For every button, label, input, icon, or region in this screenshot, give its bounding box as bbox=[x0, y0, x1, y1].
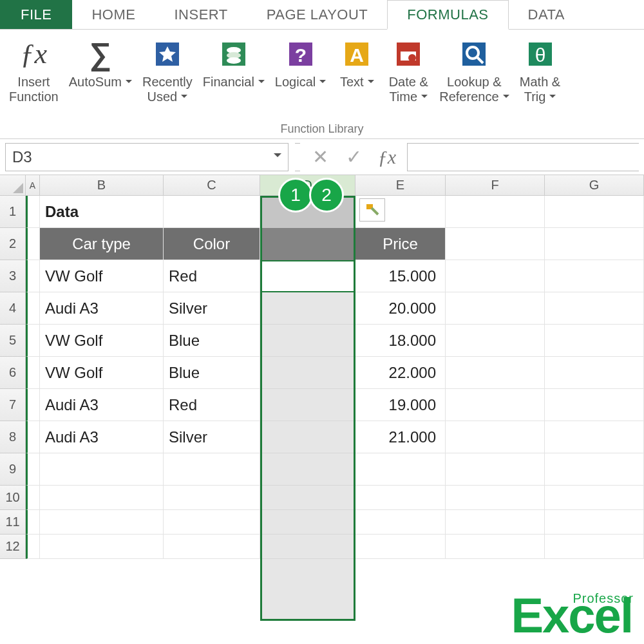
cell[interactable]: 18.000 bbox=[355, 325, 446, 357]
cell[interactable]: Silver bbox=[164, 421, 260, 453]
tab-formulas[interactable]: FORMULAS bbox=[387, 0, 508, 30]
header-color[interactable]: Color bbox=[164, 228, 260, 260]
cell[interactable] bbox=[260, 421, 355, 453]
row-head-4[interactable]: 4 bbox=[0, 292, 26, 325]
cell[interactable] bbox=[446, 421, 545, 453]
cell[interactable] bbox=[545, 453, 644, 486]
row-head-7[interactable]: 7 bbox=[0, 389, 26, 421]
cell[interactable] bbox=[40, 535, 164, 559]
paste-options-button[interactable] bbox=[359, 198, 385, 222]
cell[interactable] bbox=[545, 228, 644, 260]
col-E[interactable]: E bbox=[355, 175, 446, 195]
cancel-formula-button[interactable]: ✕ bbox=[307, 144, 334, 171]
row-head-3[interactable]: 3 bbox=[0, 260, 26, 292]
fx-icon[interactable]: ƒx bbox=[374, 144, 401, 171]
enter-formula-button[interactable]: ✓ bbox=[340, 144, 367, 171]
cell[interactable] bbox=[355, 535, 446, 559]
cell[interactable] bbox=[260, 535, 355, 559]
tab-home[interactable]: HOME bbox=[72, 0, 155, 29]
cell[interactable] bbox=[446, 325, 545, 357]
tab-file[interactable]: FILE bbox=[0, 0, 72, 29]
select-all-corner[interactable] bbox=[0, 175, 26, 195]
cell[interactable] bbox=[260, 510, 355, 535]
cell[interactable] bbox=[545, 292, 644, 325]
row-head-1[interactable]: 1 bbox=[0, 196, 26, 228]
cell[interactable]: 20.000 bbox=[355, 292, 446, 325]
cell[interactable] bbox=[26, 357, 40, 389]
header-price[interactable]: Price bbox=[355, 228, 446, 260]
row-head-12[interactable]: 12 bbox=[0, 535, 26, 559]
cell[interactable] bbox=[446, 389, 545, 421]
cell[interactable]: VW Golf bbox=[40, 260, 164, 292]
cell[interactable] bbox=[164, 486, 260, 510]
cell[interactable] bbox=[26, 421, 40, 453]
col-G[interactable]: G bbox=[545, 175, 644, 195]
col-A[interactable]: A bbox=[26, 175, 40, 195]
row-head-5[interactable]: 5 bbox=[0, 325, 26, 357]
row-head-9[interactable]: 9 bbox=[0, 453, 26, 486]
cell[interactable] bbox=[260, 357, 355, 389]
cell[interactable]: 15.000 bbox=[355, 260, 446, 292]
cell[interactable] bbox=[40, 453, 164, 486]
cell[interactable] bbox=[26, 389, 40, 421]
cell[interactable]: 19.000 bbox=[355, 389, 446, 421]
cell[interactable]: VW Golf bbox=[40, 325, 164, 357]
cell[interactable] bbox=[446, 292, 545, 325]
cell[interactable] bbox=[26, 325, 40, 357]
cell[interactable] bbox=[545, 421, 644, 453]
cell[interactable] bbox=[446, 357, 545, 389]
cell[interactable] bbox=[545, 535, 644, 559]
cell[interactable] bbox=[260, 453, 355, 486]
cell[interactable] bbox=[26, 292, 40, 325]
cell[interactable] bbox=[260, 292, 355, 325]
name-box[interactable]: D3 bbox=[5, 143, 289, 171]
cell[interactable] bbox=[446, 510, 545, 535]
tab-insert[interactable]: INSERT bbox=[155, 0, 247, 29]
row-head-10[interactable]: 10 bbox=[0, 486, 26, 510]
tab-page-layout[interactable]: PAGE LAYOUT bbox=[247, 0, 388, 29]
cell[interactable] bbox=[260, 260, 355, 292]
row-head-2[interactable]: 2 bbox=[0, 228, 26, 260]
cell[interactable] bbox=[446, 260, 545, 292]
cell[interactable] bbox=[355, 486, 446, 510]
cell[interactable]: Audi A3 bbox=[40, 292, 164, 325]
cell[interactable] bbox=[26, 510, 40, 535]
cell[interactable] bbox=[446, 535, 545, 559]
cell[interactable] bbox=[355, 453, 446, 486]
header-blank[interactable] bbox=[260, 228, 355, 260]
cell[interactable] bbox=[164, 510, 260, 535]
cell[interactable] bbox=[164, 535, 260, 559]
cell[interactable]: Audi A3 bbox=[40, 389, 164, 421]
cell[interactable]: Red bbox=[164, 260, 260, 292]
cell[interactable] bbox=[355, 510, 446, 535]
cell[interactable]: Blue bbox=[164, 325, 260, 357]
col-C[interactable]: C bbox=[164, 175, 260, 195]
row-head-6[interactable]: 6 bbox=[0, 357, 26, 389]
cell[interactable] bbox=[260, 389, 355, 421]
cell[interactable] bbox=[40, 510, 164, 535]
cell[interactable] bbox=[164, 196, 260, 228]
cell[interactable] bbox=[446, 486, 545, 510]
cell[interactable] bbox=[545, 325, 644, 357]
tab-data[interactable]: DATA bbox=[509, 0, 584, 29]
row-head-11[interactable]: 11 bbox=[0, 510, 26, 535]
cell[interactable] bbox=[545, 357, 644, 389]
cell[interactable]: Silver bbox=[164, 292, 260, 325]
chevron-down-icon[interactable] bbox=[274, 153, 281, 161]
cell[interactable] bbox=[40, 486, 164, 510]
cell[interactable]: VW Golf bbox=[40, 357, 164, 389]
col-F[interactable]: F bbox=[446, 175, 545, 195]
cell[interactable] bbox=[260, 486, 355, 510]
cell[interactable]: Audi A3 bbox=[40, 421, 164, 453]
cell[interactable]: 22.000 bbox=[355, 357, 446, 389]
cell[interactable]: Data bbox=[40, 196, 164, 228]
cell[interactable]: Blue bbox=[164, 357, 260, 389]
cell[interactable] bbox=[26, 453, 40, 486]
cell[interactable] bbox=[545, 510, 644, 535]
header-car-type[interactable]: Car type bbox=[40, 228, 164, 260]
cell[interactable] bbox=[545, 486, 644, 510]
cell[interactable] bbox=[446, 196, 545, 228]
col-B[interactable]: B bbox=[40, 175, 164, 195]
cell[interactable]: 21.000 bbox=[355, 421, 446, 453]
cell[interactable] bbox=[545, 196, 644, 228]
